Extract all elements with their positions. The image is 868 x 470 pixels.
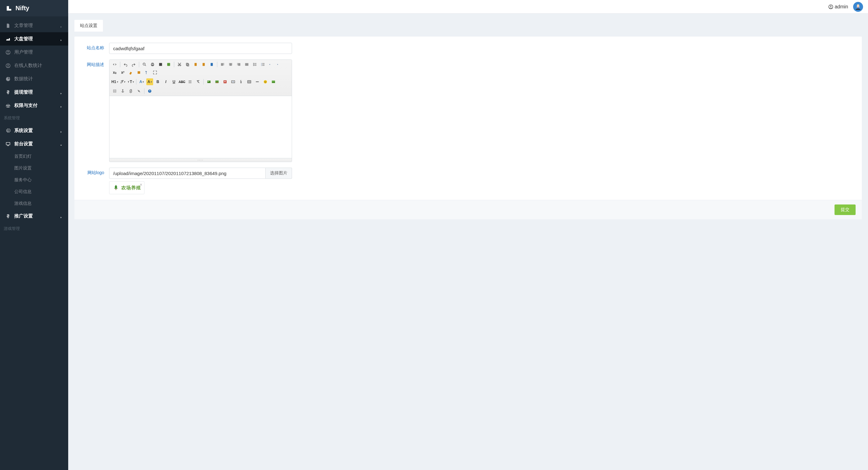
copy-icon[interactable] xyxy=(184,61,191,68)
paste-icon[interactable] xyxy=(192,61,199,68)
attachment-icon[interactable] xyxy=(238,78,245,85)
underline-icon[interactable]: U xyxy=(170,78,177,85)
indent-icon[interactable] xyxy=(276,61,282,68)
strikethrough-icon[interactable]: ABC xyxy=(179,78,185,85)
sidebar-item-promotion[interactable]: 推广设置 xyxy=(0,209,68,223)
about-icon[interactable] xyxy=(146,88,153,95)
row-site-name: 站点名称 xyxy=(81,43,856,54)
multi-image-icon[interactable] xyxy=(214,78,220,85)
thumb-close-icon[interactable]: × xyxy=(140,182,142,187)
heading-dropdown[interactable]: H1▾ xyxy=(111,78,118,85)
fullscreen-icon[interactable] xyxy=(152,69,158,76)
undo-icon[interactable] xyxy=(122,61,129,68)
user-circle-icon xyxy=(6,63,10,68)
site-logo-label: 网站logo xyxy=(81,168,109,176)
emoji-icon[interactable] xyxy=(262,78,269,85)
sidebar-item-withdraw[interactable]: 提现管理 xyxy=(0,86,68,99)
editor-resize-handle[interactable]: ···· xyxy=(110,158,292,162)
anchor-icon[interactable] xyxy=(119,88,126,95)
table-icon[interactable] xyxy=(246,78,253,85)
flash-icon[interactable] xyxy=(222,78,228,85)
submit-button[interactable]: 提交 xyxy=(835,204,856,215)
subscript-icon[interactable]: x₂ xyxy=(111,69,118,76)
preview-icon[interactable] xyxy=(141,61,148,68)
subitem-service-center[interactable]: 服务中心 xyxy=(0,174,68,186)
settings-panel: 站点名称 网站描述 xyxy=(74,37,862,220)
image-icon[interactable] xyxy=(206,78,212,85)
sidebar-item-label: 数据统计 xyxy=(14,76,33,82)
align-justify-icon[interactable] xyxy=(243,61,250,68)
pagebreak-icon[interactable] xyxy=(111,88,118,95)
sidebar-item-label: 系统设置 xyxy=(14,128,33,134)
chevron-right-icon xyxy=(60,215,63,218)
pie-chart-icon xyxy=(6,76,10,81)
site-desc-label: 网站描述 xyxy=(81,60,109,68)
italic-icon[interactable]: I xyxy=(162,78,169,85)
align-center-icon[interactable] xyxy=(227,61,234,68)
site-logo-input[interactable] xyxy=(109,168,266,179)
print-icon[interactable] xyxy=(149,61,156,68)
site-name-input[interactable] xyxy=(109,43,292,54)
svg-rect-38 xyxy=(114,91,116,93)
line-height-icon[interactable] xyxy=(187,78,193,85)
paste-word-icon[interactable] xyxy=(208,61,215,68)
outdent-icon[interactable] xyxy=(268,61,274,68)
row-site-logo: 网站logo 选择图片 × 农场养殖 xyxy=(81,168,856,194)
svg-point-25 xyxy=(261,65,261,66)
avatar[interactable] xyxy=(853,2,863,12)
sidebar-item-permission-pay[interactable]: 权限与支付 xyxy=(0,99,68,112)
align-right-icon[interactable] xyxy=(235,61,242,68)
media-icon[interactable] xyxy=(230,78,237,85)
source-icon[interactable] xyxy=(111,61,118,68)
map-icon[interactable] xyxy=(270,78,277,85)
code-icon[interactable] xyxy=(165,61,172,68)
editor-body[interactable] xyxy=(110,96,292,158)
subitem-home-slides[interactable]: 首页幻灯 xyxy=(0,150,68,162)
svg-rect-22 xyxy=(211,63,213,66)
choose-image-button[interactable]: 选择图片 xyxy=(266,168,292,179)
tab-site-settings[interactable]: 站点设置 xyxy=(74,20,103,32)
sidebar-item-label: 文章管理 xyxy=(14,23,33,29)
quickformat-icon[interactable] xyxy=(135,69,142,76)
text-color-dropdown[interactable]: A▾ xyxy=(138,78,145,85)
unlink-icon[interactable] xyxy=(135,88,142,95)
subitem-image-settings[interactable]: 图片设置 xyxy=(0,162,68,174)
monitor-icon xyxy=(6,142,10,146)
sidebar-item-articles[interactable]: 文章管理 xyxy=(0,19,68,32)
svg-rect-9 xyxy=(858,6,858,8)
sidebar-item-dashboard[interactable]: 大盘管理 xyxy=(0,32,68,45)
remove-format-icon[interactable] xyxy=(195,78,202,85)
list-ul-icon[interactable] xyxy=(259,61,266,68)
list-ol-icon[interactable] xyxy=(251,61,258,68)
paste-text-icon[interactable] xyxy=(200,61,207,68)
template-icon[interactable] xyxy=(157,61,164,68)
user-menu[interactable]: admin xyxy=(828,4,848,10)
bold-icon[interactable]: B xyxy=(154,78,161,85)
brand[interactable]: Nifty xyxy=(0,0,68,16)
redo-icon[interactable] xyxy=(130,61,137,68)
sidebar-item-system-settings[interactable]: 系统设置 xyxy=(0,124,68,137)
file-icon xyxy=(6,23,10,28)
sidebar-item-online-stats[interactable]: 在线人数统计 xyxy=(0,59,68,72)
svg-rect-20 xyxy=(195,63,197,66)
sidebar-item-users[interactable]: 用户管理 xyxy=(0,45,68,59)
select-all-icon[interactable] xyxy=(144,69,150,76)
subitem-game-info[interactable]: 游戏信息 xyxy=(0,198,68,209)
font-family-dropdown[interactable]: ℱ▾ xyxy=(119,78,126,85)
balance-scale-icon xyxy=(6,103,10,108)
sidebar-item-frontend-settings[interactable]: 前台设置 xyxy=(0,137,68,150)
font-size-dropdown[interactable]: TT▾ xyxy=(127,78,134,85)
svg-point-10 xyxy=(143,63,145,65)
subitem-company-info[interactable]: 公司信息 xyxy=(0,186,68,198)
link-icon[interactable] xyxy=(127,88,134,95)
cut-icon[interactable] xyxy=(176,61,183,68)
clear-format-icon[interactable] xyxy=(127,69,134,76)
separator xyxy=(144,88,145,94)
brand-name: Nifty xyxy=(16,5,29,12)
superscript-icon[interactable]: x² xyxy=(119,69,126,76)
content: 站点设置 站点名称 网站描述 xyxy=(68,13,868,226)
align-left-icon[interactable] xyxy=(219,61,226,68)
sidebar-item-data-stats[interactable]: 数据统计 xyxy=(0,72,68,86)
bg-color-dropdown[interactable]: A▾ xyxy=(146,78,153,85)
hr-icon[interactable] xyxy=(254,78,261,85)
